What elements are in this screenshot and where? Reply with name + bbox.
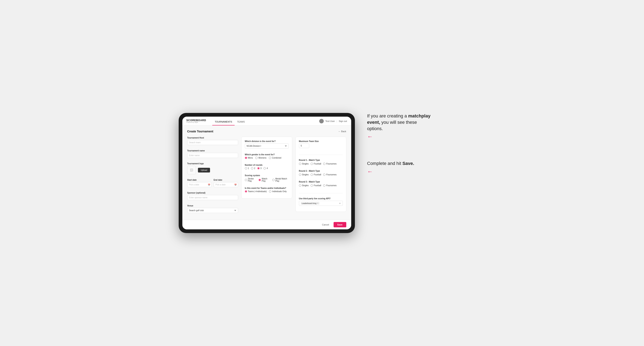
event-type-teams[interactable]: Teams (+Individuals): [245, 190, 267, 192]
user-name: Test User: [326, 120, 335, 122]
nav-logo: SCOREBOARD Powered by clippit: [186, 119, 206, 123]
event-type-label: Is this event for Teams and/or Individua…: [245, 187, 289, 189]
round2-foursomes-radio[interactable]: [323, 173, 326, 176]
gender-mens-radio[interactable]: [245, 157, 247, 159]
tournament-host-label: Tournament Host: [187, 137, 238, 139]
sponsor-input[interactable]: [187, 195, 238, 200]
round1-singles[interactable]: Singles: [299, 163, 309, 165]
third-party-input[interactable]: Leaderboard King × ▼: [299, 201, 343, 206]
round-3[interactable]: 3: [257, 167, 262, 170]
round3-match-type-field: Round 3 - Match Type Singles Fourball: [299, 181, 343, 187]
page-title: Create Tournament: [187, 130, 213, 133]
scoring-radio-group: Stroke Play Match Play Medal Match Play: [245, 177, 289, 182]
round-3-radio[interactable]: [257, 167, 260, 170]
annotation-save-text: Complete and hit Save.: [367, 161, 433, 167]
svg-point-1: [191, 170, 191, 170]
round1-singles-radio[interactable]: [299, 163, 301, 165]
event-type-radio-group: Teams (+Individuals) Individuals Only: [245, 190, 289, 192]
nav-link-tournaments[interactable]: TOURNAMENTS: [212, 117, 234, 125]
round2-singles-radio[interactable]: [299, 173, 301, 176]
round3-singles[interactable]: Singles: [299, 184, 309, 187]
gender-combined[interactable]: Combined: [269, 157, 281, 159]
round3-foursomes[interactable]: Foursomes: [323, 184, 336, 187]
round-1[interactable]: 1: [245, 167, 249, 170]
gender-mens[interactable]: Mens: [245, 157, 253, 159]
start-date-field: Start date 📅: [187, 179, 212, 187]
scoring-medal-match-play-radio[interactable]: [272, 179, 274, 181]
scoring-medal-match-play[interactable]: Medal Match Play: [272, 177, 289, 182]
back-link[interactable]: ← Back: [338, 130, 346, 133]
gender-womens-radio[interactable]: [255, 157, 258, 159]
round-4[interactable]: 4: [264, 167, 268, 170]
round1-foursomes[interactable]: Foursomes: [323, 163, 336, 165]
round3-fourball[interactable]: Fourball: [311, 184, 321, 187]
round-4-label: 4: [266, 167, 268, 170]
cancel-button[interactable]: Cancel: [320, 222, 332, 227]
venue-field: Venue Search golf club: [187, 205, 238, 213]
gender-field: Which gender is the event for? Mens Wome…: [245, 154, 289, 159]
round1-foursomes-radio[interactable]: [323, 163, 326, 165]
arrow-left-icon: ←: [367, 133, 373, 140]
round2-match-type-field: Round 2 - Match Type Singles Fourball: [299, 170, 343, 176]
scoring-stroke-play-radio[interactable]: [245, 179, 247, 181]
tournament-host-input[interactable]: [187, 140, 238, 145]
scoring-match-play[interactable]: Match Play: [258, 177, 270, 182]
sponsor-label: Sponsor (optional): [187, 192, 238, 194]
divider-2: [299, 193, 343, 193]
round-1-radio[interactable]: [245, 167, 247, 170]
round1-singles-label: Singles: [302, 163, 309, 165]
gender-radio-group: Mens Womens Combined: [245, 157, 289, 159]
rounds-radio-group: 1 2 3: [245, 167, 289, 170]
venue-select[interactable]: Search golf club: [187, 208, 238, 213]
round2-fourball[interactable]: Fourball: [311, 173, 321, 176]
round2-foursomes[interactable]: Foursomes: [323, 173, 336, 176]
round3-singles-radio[interactable]: [299, 184, 301, 187]
round2-fourball-label: Fourball: [314, 173, 321, 176]
round-2-radio[interactable]: [251, 167, 253, 170]
tournament-name-input[interactable]: [187, 153, 238, 158]
round-4-radio[interactable]: [264, 167, 266, 170]
start-date-input[interactable]: [187, 182, 212, 187]
round3-match-type-group: Singles Fourball Foursomes: [299, 184, 343, 187]
round2-singles[interactable]: Singles: [299, 173, 309, 176]
round2-fourball-radio[interactable]: [311, 173, 313, 176]
venue-label: Venue: [187, 205, 238, 207]
division-label: Which division is the event for?: [245, 140, 289, 142]
annotation-matchplay-text: If you are creating a matchplay event, y…: [367, 113, 433, 132]
round3-foursomes-radio[interactable]: [323, 184, 326, 187]
event-type-individuals-radio[interactable]: [269, 190, 271, 192]
gender-label: Which gender is the event for?: [245, 154, 289, 156]
left-column: Tournament Host Tournament name Tourname…: [187, 137, 238, 215]
round1-match-type-field: Round 1 - Match Type Singles Fourball: [299, 159, 343, 165]
gender-combined-radio[interactable]: [269, 157, 271, 159]
scoring-match-play-radio[interactable]: [258, 179, 261, 181]
round2-foursomes-label: Foursomes: [326, 173, 336, 176]
nav-link-teams[interactable]: TEAMS: [234, 117, 247, 125]
round3-fourball-radio[interactable]: [311, 184, 313, 187]
round-2[interactable]: 2: [251, 167, 255, 170]
gender-womens[interactable]: Womens: [255, 157, 266, 159]
division-select[interactable]: NCAA Division I NCAA Division II NCAA Di…: [245, 144, 289, 149]
tournament-logo-label: Tournament logo: [187, 163, 238, 165]
third-party-tag-remove[interactable]: ×: [317, 202, 318, 204]
round1-fourball[interactable]: Fourball: [311, 163, 321, 165]
max-team-size-input[interactable]: [299, 144, 309, 148]
gender-combined-label: Combined: [272, 157, 281, 159]
top-nav: SCOREBOARD Powered by clippit TOURNAMENT…: [182, 117, 351, 126]
third-party-tag: Leaderboard King ×: [301, 202, 320, 205]
sign-out-link[interactable]: Sign out: [339, 120, 347, 122]
round3-fourball-label: Fourball: [314, 184, 321, 187]
end-date-field: End date 📅: [214, 179, 238, 187]
logo-placeholder: [187, 166, 196, 174]
end-date-wrapper: 📅: [214, 182, 238, 187]
scoring-stroke-play[interactable]: Stroke Play: [245, 177, 256, 182]
end-date-input[interactable]: [214, 182, 238, 187]
form-grid: Tournament Host Tournament name Tourname…: [187, 137, 346, 215]
event-type-individuals[interactable]: Individuals Only: [269, 190, 287, 192]
avatar: [319, 119, 324, 123]
chevron-down-icon: ▼: [339, 202, 341, 204]
upload-button[interactable]: Upload: [198, 168, 210, 173]
round1-fourball-radio[interactable]: [311, 163, 313, 165]
event-type-teams-radio[interactable]: [245, 190, 247, 192]
save-button[interactable]: Save: [334, 222, 346, 227]
